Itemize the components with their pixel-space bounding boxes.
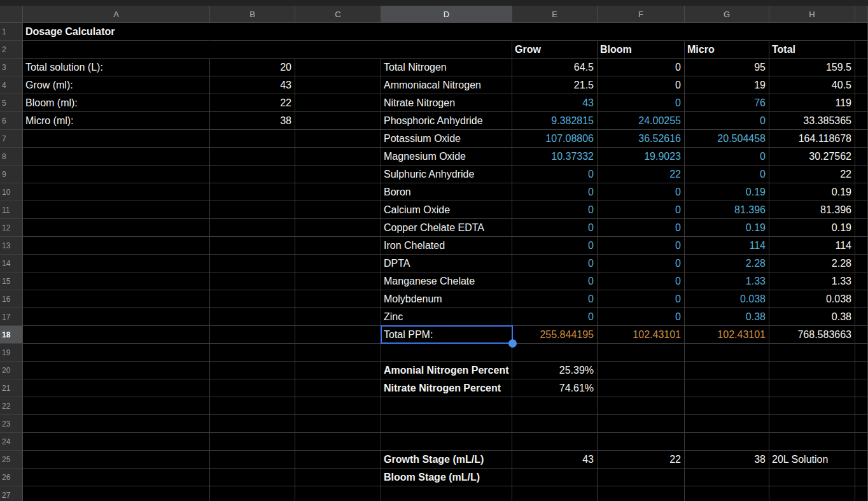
cell-B1[interactable] bbox=[210, 23, 295, 41]
cell-D23[interactable] bbox=[381, 415, 512, 433]
col-header-D[interactable]: D bbox=[381, 6, 512, 23]
cell-D22[interactable] bbox=[381, 397, 512, 415]
cell-G8[interactable]: 0 bbox=[685, 148, 769, 166]
cell-H7[interactable]: 164.118678 bbox=[769, 130, 855, 148]
cell-C18[interactable] bbox=[295, 326, 381, 344]
row-header-23[interactable]: 23 bbox=[0, 415, 23, 433]
cell-H25[interactable]: 20L Solution bbox=[769, 451, 855, 469]
select-all-corner[interactable] bbox=[0, 6, 23, 23]
cell-stub-11[interactable] bbox=[855, 201, 868, 219]
cell-E11[interactable]: 0 bbox=[512, 201, 598, 219]
cell-C14[interactable] bbox=[295, 255, 381, 272]
cell-B20[interactable] bbox=[210, 362, 295, 379]
cell-F17[interactable]: 0 bbox=[598, 308, 685, 326]
cell-stub-1[interactable] bbox=[855, 23, 868, 41]
cell-E25[interactable]: 43 bbox=[512, 451, 598, 469]
cell-H9[interactable]: 22 bbox=[769, 166, 855, 183]
cell-E23[interactable] bbox=[512, 415, 598, 433]
cell-C13[interactable] bbox=[295, 237, 381, 255]
row-header-10[interactable]: 10 bbox=[0, 183, 23, 201]
col-header-G[interactable]: G bbox=[685, 6, 769, 23]
cell-H23[interactable] bbox=[769, 415, 855, 433]
cell-stub-20[interactable] bbox=[855, 362, 868, 379]
cell-F6[interactable]: 24.00255 bbox=[598, 112, 685, 130]
cell-A12[interactable] bbox=[23, 219, 210, 237]
cell-G27[interactable] bbox=[685, 486, 769, 501]
cell-E19[interactable] bbox=[512, 344, 598, 362]
cell-B2[interactable] bbox=[210, 41, 295, 59]
cell-B5[interactable]: 22 bbox=[210, 94, 295, 112]
cell-D27[interactable] bbox=[381, 486, 512, 501]
cell-C7[interactable] bbox=[295, 130, 381, 148]
cell-stub-7[interactable] bbox=[855, 130, 868, 148]
row-header-12[interactable]: 12 bbox=[0, 219, 23, 237]
cell-G19[interactable] bbox=[685, 344, 769, 362]
cell-A18[interactable] bbox=[23, 326, 210, 344]
cell-E14[interactable]: 0 bbox=[512, 255, 598, 272]
cell-A2[interactable] bbox=[23, 41, 210, 59]
cell-B26[interactable] bbox=[210, 469, 295, 486]
cell-stub-26[interactable] bbox=[855, 469, 868, 486]
cell-B23[interactable] bbox=[210, 415, 295, 433]
cell-E22[interactable] bbox=[512, 397, 598, 415]
cell-G14[interactable]: 2.28 bbox=[685, 255, 769, 272]
cell-C22[interactable] bbox=[295, 397, 381, 415]
row-header-2[interactable]: 2 bbox=[0, 41, 23, 59]
cell-stub-23[interactable] bbox=[855, 415, 868, 433]
cell-E1[interactable] bbox=[512, 23, 598, 41]
cell-C12[interactable] bbox=[295, 219, 381, 237]
cell-F11[interactable]: 0 bbox=[598, 201, 685, 219]
cell-stub-12[interactable] bbox=[855, 219, 868, 237]
cell-F20[interactable] bbox=[598, 362, 685, 379]
cell-H5[interactable]: 119 bbox=[769, 94, 855, 112]
cell-E21[interactable]: 74.61% bbox=[512, 379, 598, 397]
row-header-4[interactable]: 4 bbox=[0, 76, 23, 94]
cell-stub-17[interactable] bbox=[855, 308, 868, 326]
cell-A15[interactable] bbox=[23, 272, 210, 290]
cell-C10[interactable] bbox=[295, 183, 381, 201]
cell-C21[interactable] bbox=[295, 379, 381, 397]
cell-D18[interactable]: Total PPM: bbox=[381, 326, 512, 344]
cell-B22[interactable] bbox=[210, 397, 295, 415]
cell-stub-21[interactable] bbox=[855, 379, 868, 397]
cell-B10[interactable] bbox=[210, 183, 295, 201]
cell-stub-4[interactable] bbox=[855, 76, 868, 94]
cell-E24[interactable] bbox=[512, 433, 598, 451]
cell-E6[interactable]: 9.382815 bbox=[512, 112, 598, 130]
cell-G1[interactable] bbox=[685, 23, 769, 41]
cell-A5[interactable]: Bloom (ml): bbox=[23, 94, 210, 112]
cell-stub-10[interactable] bbox=[855, 183, 868, 201]
cell-E13[interactable]: 0 bbox=[512, 237, 598, 255]
cell-H10[interactable]: 0.19 bbox=[769, 183, 855, 201]
cell-F16[interactable]: 0 bbox=[598, 290, 685, 308]
cell-B15[interactable] bbox=[210, 272, 295, 290]
cell-F23[interactable] bbox=[598, 415, 685, 433]
cell-stub-15[interactable] bbox=[855, 272, 868, 290]
cell-G6[interactable]: 0 bbox=[685, 112, 769, 130]
cell-A9[interactable] bbox=[23, 166, 210, 183]
cell-G2[interactable]: Micro bbox=[685, 41, 769, 59]
cell-C23[interactable] bbox=[295, 415, 381, 433]
cell-D26[interactable]: Bloom Stage (mL/L) bbox=[381, 469, 512, 486]
cell-E9[interactable]: 0 bbox=[512, 166, 598, 183]
cell-G9[interactable]: 0 bbox=[685, 166, 769, 183]
cell-stub-25[interactable] bbox=[855, 451, 868, 469]
cell-stub-16[interactable] bbox=[855, 290, 868, 308]
row-header-11[interactable]: 11 bbox=[0, 201, 23, 219]
cell-H4[interactable]: 40.5 bbox=[769, 76, 855, 94]
cell-C15[interactable] bbox=[295, 272, 381, 290]
cell-B18[interactable] bbox=[210, 326, 295, 344]
cell-D8[interactable]: Magnesium Oxide bbox=[381, 148, 512, 166]
cell-stub-18[interactable] bbox=[855, 326, 868, 344]
cell-H26[interactable] bbox=[769, 469, 855, 486]
cell-F22[interactable] bbox=[598, 397, 685, 415]
cell-H20[interactable] bbox=[769, 362, 855, 379]
cell-A8[interactable] bbox=[23, 148, 210, 166]
cell-F8[interactable]: 19.9023 bbox=[598, 148, 685, 166]
row-header-14[interactable]: 14 bbox=[0, 255, 23, 272]
cell-A26[interactable] bbox=[23, 469, 210, 486]
row-header-22[interactable]: 22 bbox=[0, 397, 23, 415]
cell-stub-8[interactable] bbox=[855, 148, 868, 166]
row-header-3[interactable]: 3 bbox=[0, 59, 23, 76]
cell-H16[interactable]: 0.038 bbox=[769, 290, 855, 308]
